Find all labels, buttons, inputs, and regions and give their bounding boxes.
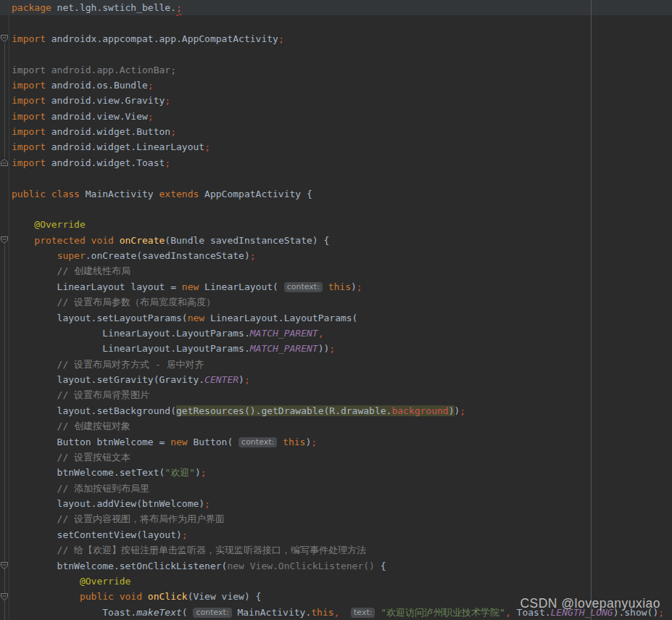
code-token: , xyxy=(505,607,511,618)
code-token: LinearLayout.LayoutParams( xyxy=(204,313,357,323)
code-token: getResources().getDrawable(R.drawable. xyxy=(176,405,391,416)
code-line: // 设置按钮文本 xyxy=(0,450,672,465)
code-line: package net.lgh.swtich_belle.; xyxy=(0,0,672,15)
code-token: androidx.appcompat.app.AppCompatActivity xyxy=(46,33,278,44)
code-token: Toast. xyxy=(511,607,551,618)
code-token: import xyxy=(12,80,46,91)
code-token: ; xyxy=(460,405,465,416)
code-token: onCreate xyxy=(120,235,165,246)
code-token: public void xyxy=(12,591,148,602)
code-token: ; xyxy=(165,157,170,168)
code-token: ; xyxy=(170,126,176,137)
code-token: , xyxy=(318,328,324,339)
code-token: LinearLayout.LayoutParams. xyxy=(12,343,250,354)
code-line: import android.view.View; xyxy=(0,109,672,124)
code-line: btnWelcome.setOnClickListener(new View.O… xyxy=(0,558,672,574)
code-line: LinearLayout layout = new LinearLayout( … xyxy=(0,279,672,294)
code-token xyxy=(12,250,57,261)
code-editor[interactable]: package net.lgh.swtich_belle.;import and… xyxy=(0,0,672,620)
code-line: LinearLayout.LayoutParams.MATCH_PARENT))… xyxy=(0,341,672,356)
code-token: ; xyxy=(204,498,210,509)
code-token: // 设置内容视图，将布局作为用户界面 xyxy=(12,513,225,524)
code-token: ; xyxy=(357,281,362,292)
code-token: ; xyxy=(148,80,154,91)
code-token: ; xyxy=(250,250,256,261)
code-token: // 给【欢迎】按钮注册单击监听器，实现监听器接口，编写事件处理方法 xyxy=(12,545,366,555)
code-line: public class MainActivity extends AppCom… xyxy=(0,186,672,202)
code-token: import xyxy=(12,111,46,122)
code-token: import xyxy=(12,141,46,152)
code-line: super.onCreate(savedInstanceState); xyxy=(0,248,672,263)
code-token: // 添加按钮到布局里 xyxy=(12,483,149,494)
code-line: // 设置布局对齐方式 - 居中对齐 xyxy=(0,357,672,372)
code-token: android.view.View xyxy=(46,111,148,122)
code-token: MATCH_PARENT xyxy=(250,328,318,339)
code-token: this xyxy=(328,281,351,292)
code-token: background xyxy=(391,405,448,416)
code-token: btnWelcome.setText( xyxy=(12,467,165,478)
code-token: CENTER xyxy=(204,374,238,385)
fold-region-end-icon[interactable] xyxy=(0,158,9,167)
code-token: @Override xyxy=(12,576,130,587)
inlay-hint: context: xyxy=(284,282,323,292)
code-token: import xyxy=(12,33,46,44)
code-token: AppCompatActivity { xyxy=(199,189,312,199)
fold-collapse-icon[interactable] xyxy=(0,34,9,43)
code-line: // 给【欢迎】按钮注册单击监听器，实现监听器接口，编写事件处理方法 xyxy=(0,542,672,558)
code-token: android.widget.Button xyxy=(46,126,170,137)
code-token: LinearLayout.LayoutParams. xyxy=(12,328,250,339)
code-token: LinearLayout layout = xyxy=(12,281,182,292)
code-token: import xyxy=(12,126,46,137)
code-token xyxy=(339,607,351,618)
code-line: btnWelcome.setText("欢迎"); xyxy=(0,465,672,480)
code-line: import android.app.ActionBar; xyxy=(0,62,672,78)
code-token: // 创建线性布局 xyxy=(12,265,130,276)
code-token: onClick xyxy=(148,591,188,602)
code-token: ) xyxy=(351,281,357,292)
code-line: import android.view.Gravity; xyxy=(0,93,672,108)
code-token: MainActivity xyxy=(80,189,159,199)
code-token: ; xyxy=(165,95,170,106)
code-token: MainActivity. xyxy=(232,607,312,618)
code-token: // 设置布局背景图片 xyxy=(12,389,149,400)
code-token: makeText xyxy=(136,607,182,618)
code-token: LinearLayout( xyxy=(199,281,283,292)
code-token: setContentView(layout) xyxy=(12,529,182,540)
code-token xyxy=(323,281,328,292)
code-token: (View view) { xyxy=(188,591,262,602)
code-token: // 创建按钮对象 xyxy=(12,421,130,431)
inlay-hint: context: xyxy=(193,608,231,618)
code-token: this xyxy=(311,607,333,618)
code-line: import androidx.appcompat.app.AppCompatA… xyxy=(0,31,672,46)
code-line: Button btnWelcome = new Button( context:… xyxy=(0,434,672,450)
code-line: setContentView(layout); xyxy=(0,527,672,542)
code-line: layout.addView(btnWelcome); xyxy=(0,496,672,511)
fold-collapse-icon[interactable] xyxy=(0,592,9,601)
code-token: btnWelcome.setOnClickListener( xyxy=(12,561,227,571)
code-line xyxy=(0,202,672,217)
code-token: ; xyxy=(244,374,250,385)
code-token: android.widget.Toast xyxy=(46,157,165,168)
code-token: MATCH_PARENT xyxy=(250,343,318,354)
code-line: import android.widget.Toast; xyxy=(0,155,672,170)
code-token: import xyxy=(12,95,46,106)
code-line: // 设置内容视图，将布局作为用户界面 xyxy=(0,511,672,526)
code-token: layout.addView(btnWelcome) xyxy=(12,498,204,509)
code-token: )) xyxy=(318,343,330,354)
fold-collapse-icon[interactable] xyxy=(0,236,9,244)
gutter-separator xyxy=(9,0,9,620)
code-token: .onCreate(savedInstanceState) xyxy=(86,250,250,261)
code-token: layout.setBackground( xyxy=(12,405,176,416)
code-token: (Bundle savedInstanceState) { xyxy=(165,235,329,246)
code-line: import android.widget.LinearLayout; xyxy=(0,139,672,154)
fold-collapse-icon[interactable] xyxy=(0,561,9,570)
code-lines-container: package net.lgh.swtich_belle.;import and… xyxy=(0,0,672,620)
code-token: import xyxy=(12,157,46,168)
code-token: "欢迎访问泸州职业技术学院" xyxy=(381,607,505,618)
code-token: net.lgh.swtich_belle. xyxy=(51,2,176,13)
code-token: new xyxy=(170,437,187,447)
code-token: Button( xyxy=(188,437,238,447)
code-token: ; xyxy=(201,467,207,478)
code-token: { xyxy=(381,561,386,571)
code-line xyxy=(0,170,672,186)
